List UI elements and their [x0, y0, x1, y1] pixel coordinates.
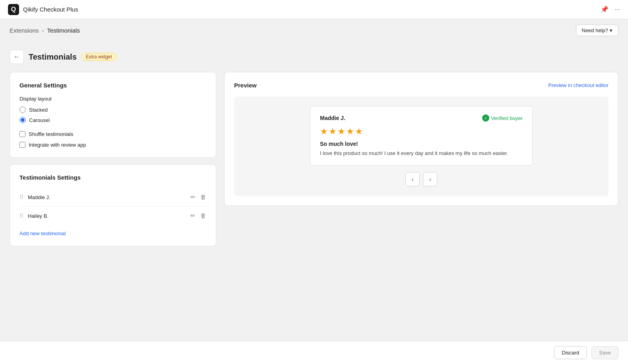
testimonial-item-maddie: ⠿ Maddie J. ✏ 🗑 [19, 188, 206, 207]
testimonials-settings-card: Testimonials Settings ⠿ Maddie J. ✏ 🗑 ⠿ … [10, 164, 216, 246]
edit-icon-maddie[interactable]: ✏ [190, 194, 196, 201]
testimonial-preview-card: Maddie J. ✓ Verified buyer ★ ★ ★ ★ ★ [310, 106, 533, 166]
drag-handle-maddie[interactable]: ⠿ [19, 194, 23, 200]
edit-icon-hailey[interactable]: ✏ [190, 212, 196, 219]
preview-header: Preview Preview in checkout editor [234, 82, 609, 89]
star-3: ★ [337, 126, 345, 137]
delete-icon-hailey[interactable]: 🗑 [200, 212, 206, 219]
carousel-nav: ‹ › [405, 172, 437, 186]
more-icon[interactable]: ··· [615, 6, 620, 13]
verified-check-icon: ✓ [482, 114, 489, 122]
preview-card: Preview Preview in checkout editor Maddi… [224, 72, 618, 206]
breadcrumb-extensions[interactable]: Extensions [10, 27, 39, 34]
app-title: Qikify Checkout Plus [23, 6, 78, 13]
preview-title: Preview [234, 82, 257, 89]
checkbox-integrate-input[interactable] [19, 142, 25, 148]
drag-handle-hailey[interactable]: ⠿ [19, 213, 23, 219]
bottom-bar: Discard Save [0, 341, 628, 364]
add-new-testimonial-link[interactable]: Add new testimonial [19, 230, 66, 236]
breadcrumb-bar: Extensions › Testimonials Need help? ▾ [0, 19, 628, 42]
general-settings-title: General Settings [19, 82, 206, 89]
testimonial-name-hailey: Hailey B. [28, 213, 190, 219]
radio-stacked-input[interactable] [19, 106, 26, 113]
verified-label: Verified buyer [491, 115, 523, 121]
radio-carousel-input[interactable] [19, 117, 26, 123]
back-button[interactable]: ← [10, 50, 24, 64]
star-4: ★ [346, 126, 354, 137]
breadcrumb-separator: › [42, 27, 44, 34]
need-help-button[interactable]: Need help? ▾ [576, 25, 619, 36]
preview-widget-area: Maddie J. ✓ Verified buyer ★ ★ ★ ★ ★ [234, 97, 609, 196]
back-icon: ← [14, 53, 20, 60]
checkbox-shuffle[interactable]: Shuffle testimonials [19, 131, 206, 137]
pin-icon[interactable]: 📌 [601, 6, 609, 13]
top-bar-left: Q Qikify Checkout Plus [8, 4, 78, 15]
checkbox-integrate-label: Integrate with review app [29, 142, 86, 148]
radio-stacked[interactable]: Stacked [19, 106, 206, 113]
testimonial-card-header: Maddie J. ✓ Verified buyer [320, 114, 523, 122]
general-settings-card: General Settings Display layout Stacked … [10, 72, 216, 158]
star-5: ★ [355, 126, 363, 137]
discard-button[interactable]: Discard [554, 346, 587, 359]
page-title: Testimonials [29, 52, 77, 62]
review-title: So much love! [320, 141, 523, 147]
app-logo-letter: Q [11, 6, 16, 13]
testimonial-actions-hailey: ✏ 🗑 [190, 212, 206, 219]
testimonial-item-hailey: ⠿ Hailey B. ✏ 🗑 [19, 207, 206, 225]
star-1: ★ [320, 126, 328, 137]
extra-widget-badge: Extra widget [81, 53, 116, 61]
page-content: ← Testimonials Extra widget General Sett… [0, 42, 628, 254]
checkbox-group: Shuffle testimonials Integrate with revi… [19, 131, 206, 148]
testimonial-list: ⠿ Maddie J. ✏ 🗑 ⠿ Hailey B. ✏ 🗑 [19, 188, 206, 225]
need-help-chevron: ▾ [610, 27, 612, 33]
save-button[interactable]: Save [591, 346, 618, 359]
display-layout-label: Display layout [19, 96, 206, 102]
star-2: ★ [329, 126, 337, 137]
display-layout-radio-group: Stacked Carousel [19, 106, 206, 123]
radio-carousel[interactable]: Carousel [19, 117, 206, 123]
radio-stacked-label: Stacked [29, 107, 48, 113]
testimonials-settings-title: Testimonials Settings [19, 174, 206, 181]
preview-in-checkout-editor-link[interactable]: Preview in checkout editor [548, 82, 609, 88]
verified-badge: ✓ Verified buyer [482, 114, 523, 122]
main-layout: General Settings Display layout Stacked … [10, 72, 618, 246]
left-column: General Settings Display layout Stacked … [10, 72, 216, 246]
top-bar-right: 📌 ··· [601, 6, 620, 13]
breadcrumb: Extensions › Testimonials [10, 27, 80, 34]
checkbox-shuffle-input[interactable] [19, 131, 25, 137]
star-rating: ★ ★ ★ ★ ★ [320, 126, 523, 137]
reviewer-name: Maddie J. [320, 115, 345, 121]
carousel-next-button[interactable]: › [423, 172, 437, 186]
app-logo: Q [8, 4, 19, 15]
testimonial-actions-maddie: ✏ 🗑 [190, 194, 206, 201]
radio-carousel-label: Carousel [29, 117, 50, 123]
breadcrumb-current: Testimonials [47, 27, 80, 34]
testimonial-name-maddie: Maddie J. [28, 194, 190, 200]
checkbox-shuffle-label: Shuffle testimonials [29, 131, 74, 137]
carousel-prev-button[interactable]: ‹ [405, 172, 420, 186]
page-header: ← Testimonials Extra widget [10, 50, 618, 64]
review-body: I love this product so much! I use it ev… [320, 149, 523, 157]
top-bar: Q Qikify Checkout Plus 📌 ··· [0, 0, 628, 19]
right-column: Preview Preview in checkout editor Maddi… [224, 72, 618, 246]
delete-icon-maddie[interactable]: 🗑 [200, 194, 206, 201]
need-help-label: Need help? [582, 27, 609, 33]
checkbox-integrate[interactable]: Integrate with review app [19, 142, 206, 148]
